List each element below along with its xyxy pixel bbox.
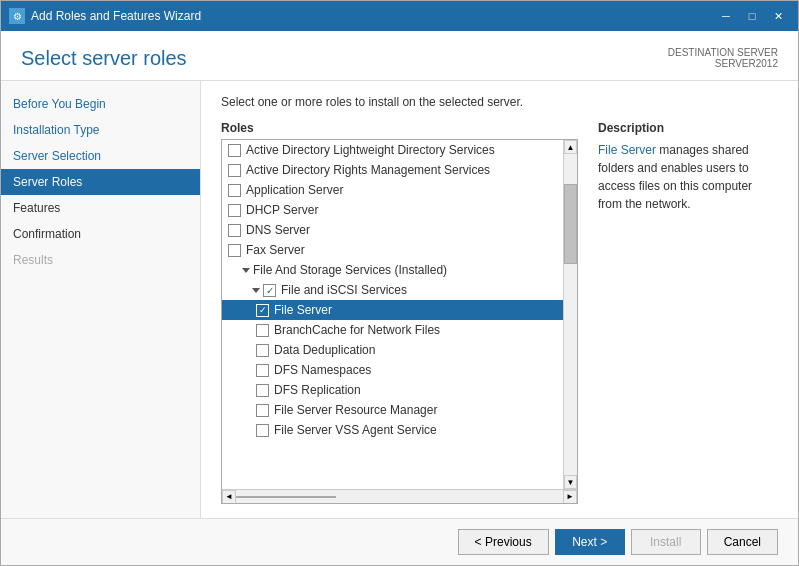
scroll-left-button[interactable]: ◄ (222, 490, 236, 504)
role-label: Active Directory Lightweight Directory S… (246, 143, 495, 157)
expand-icon[interactable] (252, 288, 260, 293)
main-window: ⚙ Add Roles and Features Wizard ─ □ ✕ Se… (0, 0, 799, 566)
list-item[interactable]: Application Server (222, 180, 563, 200)
window-controls: ─ □ ✕ (714, 7, 790, 25)
role-label: BranchCache for Network Files (274, 323, 440, 337)
sidebar-item-server-roles[interactable]: Server Roles (1, 169, 200, 195)
scroll-down-button[interactable]: ▼ (564, 475, 577, 489)
role-checkbox[interactable] (228, 184, 241, 197)
next-button[interactable]: Next > (555, 529, 625, 555)
scroll-up-button[interactable]: ▲ (564, 140, 577, 154)
role-checkbox[interactable] (256, 364, 269, 377)
list-item[interactable]: Fax Server (222, 240, 563, 260)
list-item[interactable]: Active Directory Lightweight Directory S… (222, 140, 563, 160)
title-bar: ⚙ Add Roles and Features Wizard ─ □ ✕ (1, 1, 798, 31)
role-label: File and iSCSI Services (281, 283, 407, 297)
sidebar-item-results: Results (1, 247, 200, 273)
close-button[interactable]: ✕ (766, 7, 790, 25)
list-item[interactable]: DHCP Server (222, 200, 563, 220)
list-item[interactable]: DFS Namespaces (222, 360, 563, 380)
role-label: Active Directory Rights Management Servi… (246, 163, 490, 177)
role-label: DFS Namespaces (274, 363, 371, 377)
list-item[interactable]: ✓ File and iSCSI Services (222, 280, 563, 300)
description-section: Description File Server manages shared f… (598, 121, 778, 504)
expand-icon[interactable] (242, 268, 250, 273)
list-item[interactable]: Data Deduplication (222, 340, 563, 360)
list-item[interactable]: Active Directory Rights Management Servi… (222, 160, 563, 180)
sidebar-item-features[interactable]: Features (1, 195, 200, 221)
header-section: Select server roles DESTINATION SERVER S… (1, 31, 798, 81)
cancel-button[interactable]: Cancel (707, 529, 778, 555)
roles-list-wrapper: Active Directory Lightweight Directory S… (222, 140, 577, 489)
list-item[interactable]: File Server Resource Manager (222, 400, 563, 420)
list-item[interactable]: DNS Server (222, 220, 563, 240)
role-label: File And Storage Services (Installed) (253, 263, 447, 277)
vertical-scrollbar[interactable]: ▲ ▼ (563, 140, 577, 489)
role-checkbox[interactable] (228, 224, 241, 237)
roles-list[interactable]: Active Directory Lightweight Directory S… (222, 140, 563, 489)
scroll-right-button[interactable]: ► (563, 490, 577, 504)
list-item[interactable]: ✓ File Server (222, 300, 563, 320)
title-bar-left: ⚙ Add Roles and Features Wizard (9, 8, 201, 24)
role-checkbox[interactable]: ✓ (263, 284, 276, 297)
description-link[interactable]: File Server (598, 143, 656, 157)
list-item[interactable]: File Server VSS Agent Service (222, 420, 563, 440)
description-header: Description (598, 121, 778, 135)
list-item[interactable]: DFS Replication (222, 380, 563, 400)
role-checkbox[interactable] (256, 384, 269, 397)
instruction-text: Select one or more roles to install on t… (221, 95, 778, 109)
sidebar-item-server-selection[interactable]: Server Selection (1, 143, 200, 169)
role-label: File Server VSS Agent Service (274, 423, 437, 437)
list-item[interactable]: BranchCache for Network Files (222, 320, 563, 340)
sidebar-item-installation-type[interactable]: Installation Type (1, 117, 200, 143)
h-scroll-thumb[interactable] (236, 496, 336, 498)
role-label: DNS Server (246, 223, 310, 237)
role-label: Fax Server (246, 243, 305, 257)
footer: < Previous Next > Install Cancel (1, 518, 798, 565)
previous-button[interactable]: < Previous (458, 529, 549, 555)
install-button[interactable]: Install (631, 529, 701, 555)
role-checkbox[interactable] (256, 424, 269, 437)
role-checkbox[interactable] (228, 164, 241, 177)
sidebar: Before You Begin Installation Type Serve… (1, 81, 201, 518)
server-name: SERVER2012 (668, 58, 778, 69)
role-label: DHCP Server (246, 203, 318, 217)
role-checkbox[interactable] (228, 144, 241, 157)
list-item[interactable]: File And Storage Services (Installed) (222, 260, 563, 280)
roles-section: Roles Active Directory Lightweight Direc… (221, 121, 578, 504)
role-checkbox[interactable] (256, 344, 269, 357)
minimize-button[interactable]: ─ (714, 7, 738, 25)
page-title: Select server roles (21, 47, 187, 70)
maximize-button[interactable]: □ (740, 7, 764, 25)
roles-list-container: Active Directory Lightweight Directory S… (221, 139, 578, 504)
role-label: DFS Replication (274, 383, 361, 397)
role-checkbox[interactable] (256, 404, 269, 417)
roles-desc-area: Roles Active Directory Lightweight Direc… (221, 121, 778, 504)
app-icon: ⚙ (9, 8, 25, 24)
role-checkbox[interactable]: ✓ (256, 304, 269, 317)
description-text: File Server manages shared folders and e… (598, 141, 778, 213)
scroll-thumb[interactable] (564, 184, 577, 264)
role-checkbox[interactable] (228, 204, 241, 217)
roles-header: Roles (221, 121, 578, 135)
role-label: File Server Resource Manager (274, 403, 437, 417)
role-checkbox[interactable] (256, 324, 269, 337)
destination-server: DESTINATION SERVER SERVER2012 (668, 47, 778, 69)
role-label: Application Server (246, 183, 343, 197)
horizontal-scrollbar[interactable]: ◄ ► (222, 489, 577, 503)
window-title: Add Roles and Features Wizard (31, 9, 201, 23)
sidebar-item-confirmation[interactable]: Confirmation (1, 221, 200, 247)
role-label: File Server (274, 303, 332, 317)
role-checkbox[interactable] (228, 244, 241, 257)
destination-label: DESTINATION SERVER (668, 47, 778, 58)
content-area: Select server roles DESTINATION SERVER S… (1, 31, 798, 565)
main-area: Before You Begin Installation Type Serve… (1, 81, 798, 518)
role-label: Data Deduplication (274, 343, 375, 357)
sidebar-item-before-you-begin[interactable]: Before You Begin (1, 91, 200, 117)
content-panel: Select one or more roles to install on t… (201, 81, 798, 518)
